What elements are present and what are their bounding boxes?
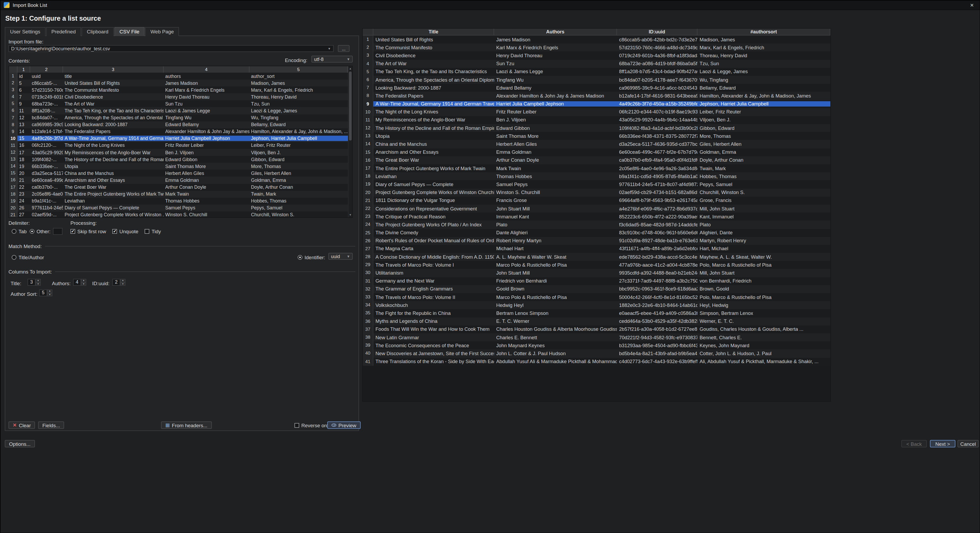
radio-title-author[interactable]: Title/Author: [12, 254, 44, 260]
preview-cell-authors[interactable]: A. L. Mayhew & Walter W. Skeat: [494, 254, 617, 260]
csv-cell[interactable]: author_sort: [250, 73, 348, 79]
row-number[interactable]: 30: [363, 269, 373, 277]
preview-row[interactable]: 9A War-Time Journal, Germany 1914 and Ge…: [363, 100, 830, 108]
radio-other[interactable]: Other:: [30, 228, 51, 234]
row-number[interactable]: 3: [9, 86, 18, 93]
preview-cell-sort[interactable]: Hamilton, Alexander & Jay, John & Madiso…: [697, 93, 830, 99]
row-number[interactable]: 22: [363, 204, 373, 212]
row-number[interactable]: 12: [9, 149, 18, 156]
preview-cell-authors[interactable]: Charles E. Bennett: [494, 335, 617, 340]
csv-cell[interactable]: The Communist Manifesto: [63, 87, 164, 93]
csv-cell[interactable]: uuid: [30, 73, 63, 79]
preview-cell-sort[interactable]: Alighieri, Dante: [697, 230, 830, 235]
preview-cell-title[interactable]: The Art of War: [373, 61, 494, 66]
csv-row[interactable]: 111606fc2120-...The Night of the Long Kn…: [9, 142, 348, 149]
spin-up-icon[interactable]: ▲: [81, 279, 86, 282]
csv-cell[interactable]: Utopia: [63, 164, 164, 169]
preview-row[interactable]: 8The Federalist PapersAlexander Hamilton…: [363, 92, 830, 100]
row-number[interactable]: 18: [363, 172, 373, 180]
preview-cell-id[interactable]: d3a25eca-5117-4636-935d-cd377bcba7e0: [617, 142, 697, 147]
row-number[interactable]: 37: [363, 326, 373, 334]
preview-cell-authors[interactable]: Edward Gibbon: [494, 125, 617, 131]
csv-cell[interactable]: Edward Gibbon: [164, 156, 250, 162]
csv-cell[interactable]: 06fc2120-...: [30, 143, 63, 148]
csv-row[interactable]: 712bc84da07-...America, Through the Spec…: [9, 114, 348, 121]
preview-cell-id[interactable]: 6e60cea6-499c-4677-bf2e-67b7d79a81b4: [617, 150, 697, 155]
preview-cell-authors[interactable]: Francis Grose: [494, 198, 617, 203]
csv-row[interactable]: 914b12afe14-17bf-...The Federalist Paper…: [9, 128, 348, 135]
preview-cell-title[interactable]: Looking Backward: 2000-1887: [373, 85, 494, 90]
preview-cell-title[interactable]: The Fight for the Republic in China: [373, 311, 494, 316]
csv-cell[interactable]: The Night of the Long Knives: [63, 143, 164, 148]
preview-cell-sort[interactable]: Tzu, Sun: [697, 61, 830, 66]
preview-cell-id[interactable]: f3c6dad5-85ae-482d-987d-14addcfe5a77: [617, 222, 697, 227]
preview-row[interactable]: 17The Entire Project Gutenberg Works of …: [363, 164, 830, 172]
preview-cell-authors[interactable]: Samuel Pepys: [494, 182, 617, 187]
csv-cell[interactable]: Diary of Samuel Pepys — Complete: [63, 206, 164, 211]
preview-cell-authors[interactable]: Fritz Reuter Leiber: [494, 110, 617, 115]
preview-cell-title[interactable]: The Grammar of English Grammars: [373, 287, 494, 292]
id-col-spinner[interactable]: 2 ▲▼: [112, 279, 126, 286]
preview-row[interactable]: 33The Travels of Marco Polo: Volume IIMa…: [363, 293, 830, 301]
preview-cell-id[interactable]: b12afe14-17bf-4616-9831-643beea91fef: [617, 93, 697, 99]
radio-tab[interactable]: Tab: [12, 228, 27, 234]
preview-row[interactable]: 20Project Gutenberg Complete Works of Wi…: [363, 188, 830, 196]
from-headers-button[interactable]: ▦ From headers...: [161, 421, 212, 429]
csv-row[interactable]: 6118ff1a208-...The Tao Teh King, or the …: [9, 107, 348, 114]
preview-cell-title[interactable]: China and the Manchus: [373, 142, 494, 147]
preview-cell-sort[interactable]: Goldman, Emma: [697, 150, 830, 155]
preview-row[interactable]: 13UtopiaSaint Thomas More66b336ee-f438-4…: [363, 132, 830, 140]
row-number[interactable]: 4: [9, 94, 18, 101]
spin-down-icon[interactable]: ▼: [35, 282, 41, 286]
preview-cell-sort[interactable]: Churchill, Winston S.: [697, 190, 830, 195]
csv-row[interactable]: 1iduuidtitleauthorsauthor_sort: [9, 73, 348, 80]
preview-cell-id[interactable]: 06fc2120-e344-407c-b19f-8ae19c935e24: [617, 110, 697, 115]
preview-row[interactable]: 39The Economic Consequences of the Peace…: [363, 342, 830, 349]
preview-cell-authors[interactable]: John Maynard Keynes: [494, 343, 617, 348]
preview-row[interactable]: 211811 Dictionary of the Vulgar TongueFr…: [363, 197, 830, 204]
preview-cell-title[interactable]: Three Translations of the Koran - Side b…: [373, 359, 494, 364]
csv-cell[interactable]: Sun Tzu: [164, 101, 250, 107]
preview-cell-authors[interactable]: Herbert Allen Giles: [494, 142, 617, 147]
row-number[interactable]: 9: [9, 128, 18, 135]
csv-header-col[interactable]: 5: [250, 66, 348, 73]
scroll-down-icon[interactable]: ▼: [348, 212, 352, 217]
row-number[interactable]: 34: [363, 301, 373, 309]
csv-cell[interactable]: The Entire Project Gutenberg Works of Ma…: [63, 191, 164, 197]
preview-cell-title[interactable]: The Night of the Long Knives: [373, 110, 494, 115]
csv-header-col[interactable]: 3: [63, 66, 164, 73]
preview-cell-authors[interactable]: James Madison: [494, 37, 617, 42]
preview-cell-title[interactable]: Considerations on Representative Governm…: [373, 206, 494, 211]
preview-cell-id[interactable]: 4a49c26b-3f7d-450a-a15b-35249bfe431f: [617, 101, 697, 107]
preview-cell-sort[interactable]: Marx, Karl & Engels, Friedrich: [697, 45, 830, 50]
csv-row[interactable]: 18232c05e8f6-4ae0-...The Entire Project …: [9, 191, 348, 198]
row-number[interactable]: 14: [363, 140, 373, 148]
preview-cell-id[interactable]: 2c05e8f6-4ae0-4e96-9a26-3a634d8dbea9: [617, 166, 697, 171]
csv-cell[interactable]: Giles, Herbert Allen: [250, 171, 348, 176]
csv-cell[interactable]: 17: [18, 150, 30, 155]
preview-cell-sort[interactable]: Thoreau, Henry David: [697, 53, 830, 58]
preview-cell-sort[interactable]: Cotter, John L. & Hudson, J. Paul: [697, 351, 830, 356]
csv-cell[interactable]: 19: [18, 164, 30, 169]
preview-cell-id[interactable]: ca0b37b0-efb9-4fa4-95a0-d0f4d1fdf02a: [617, 158, 697, 163]
csv-cell[interactable]: Hobbes, Thomas: [250, 198, 348, 204]
csv-cell[interactable]: 9: [18, 101, 30, 107]
preview-row[interactable]: 36Myths and Legends of ChinaE. T. C. Wer…: [363, 317, 830, 325]
csv-cell[interactable]: Anarchism and Other Essays: [63, 177, 164, 183]
row-number[interactable]: 35: [363, 309, 373, 317]
checkbox-tidy[interactable]: ✓Tidy: [145, 228, 161, 234]
row-number[interactable]: 33: [363, 293, 373, 301]
csv-cell[interactable]: Thomas Hobbes: [164, 198, 250, 204]
preview-cell-sort[interactable]: Polo, Marco & Rustichello of Pisa: [697, 262, 830, 268]
preview-row[interactable]: 24The Project Gutenberg Works Of Plato /…: [363, 221, 830, 229]
csv-cell[interactable]: 43a05c29-9920...: [30, 150, 63, 155]
preview-cell-sort[interactable]: Giles, Herbert Allen: [697, 142, 830, 147]
csv-row[interactable]: 5968ba723e-...The Art of WarSun TzuTzu, …: [9, 101, 348, 107]
csv-cell[interactable]: Laozi & James Legge: [164, 108, 250, 113]
preview-cell-authors[interactable]: Immanuel Kant: [494, 214, 617, 219]
csv-cell[interactable]: 18: [18, 156, 30, 162]
csv-cell[interactable]: 68ba723e-...: [30, 101, 63, 107]
preview-cell-authors[interactable]: Robert Henry Martyn: [494, 238, 617, 244]
preview-cell-sort[interactable]: Bellamy, Edward: [697, 85, 830, 90]
scrollbar-thumb[interactable]: [349, 72, 352, 140]
